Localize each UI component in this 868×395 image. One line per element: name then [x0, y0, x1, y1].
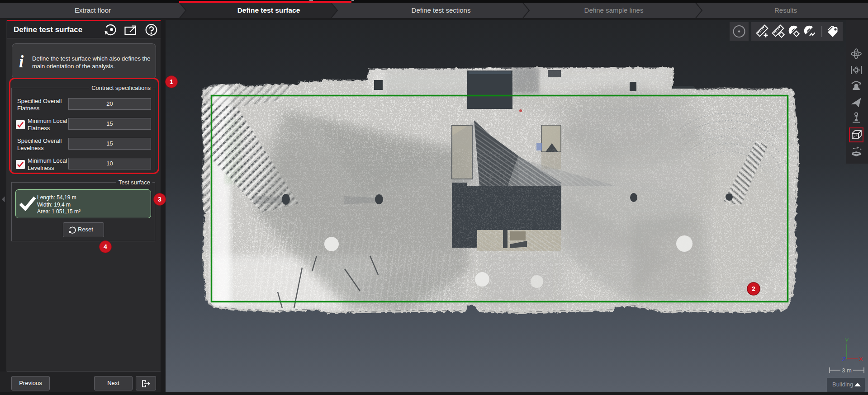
svg-text:Extract floor: Extract floor	[75, 6, 111, 14]
svg-text:X: X	[859, 356, 863, 362]
svg-text:3 m: 3 m	[842, 367, 852, 374]
svg-text:Define test sections: Define test sections	[412, 6, 471, 14]
svg-text:Y: Y	[845, 337, 849, 344]
svg-text:Define sample lines: Define sample lines	[584, 6, 644, 14]
svg-text:Define test surface: Define test surface	[237, 6, 300, 14]
svg-text:Z: Z	[842, 356, 846, 362]
svg-text:Results: Results	[774, 6, 797, 14]
svg-text:2: 2	[752, 285, 755, 292]
